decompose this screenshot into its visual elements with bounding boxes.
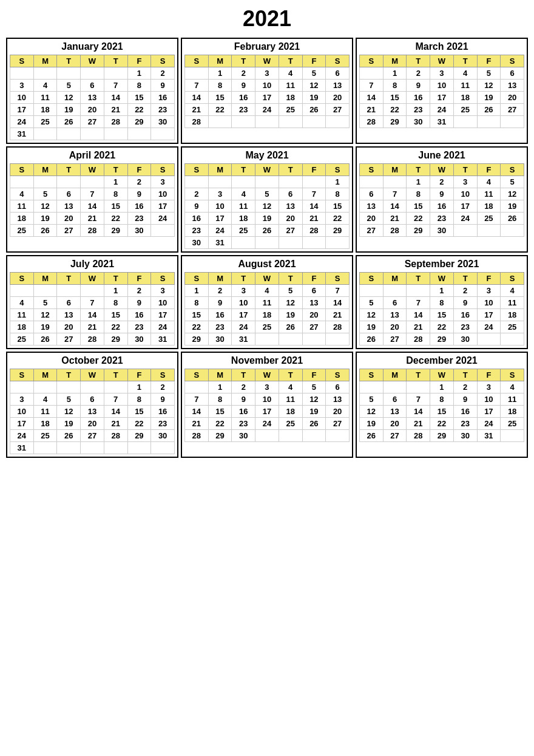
day-header: S [185,55,209,67]
day-cell [360,176,384,188]
day-cell: 27 [81,430,104,442]
day-cell [208,116,232,128]
day-cell: 30 [430,225,454,237]
day-cell: 8 [407,188,430,200]
day-cell: 21 [407,321,430,333]
day-cell: 21 [81,213,104,225]
day-cell: 31 [477,430,501,442]
day-header: S [326,164,350,176]
day-cell: 2 [151,381,175,393]
day-cell [302,237,326,249]
day-cell: 22 [208,418,232,430]
day-cell: 19 [360,321,384,333]
day-header: W [255,273,279,285]
day-cell: 15 [127,92,151,104]
day-cell: 15 [185,309,209,321]
day-cell: 18 [10,213,34,225]
day-header: W [430,369,454,381]
day-cell: 29 [127,430,151,442]
day-cell: 12 [33,200,57,213]
day-cell [57,285,81,297]
day-cell [326,430,350,442]
day-cell: 14 [407,309,430,321]
day-cell: 12 [302,80,326,92]
day-cell: 18 [33,418,57,430]
day-cell: 5 [501,176,524,188]
day-cell: 11 [501,393,524,406]
day-header: T [453,55,477,67]
day-cell [477,225,501,237]
day-cell: 27 [81,116,104,128]
day-header: S [326,55,350,67]
day-header: T [57,55,81,67]
day-cell: 3 [453,176,477,188]
day-cell: 24 [151,213,175,225]
day-cell [477,116,501,128]
day-cell: 12 [255,200,279,213]
day-cell: 13 [360,200,384,213]
day-header: T [57,273,81,285]
day-cell: 22 [326,213,350,225]
day-cell: 24 [430,104,454,116]
day-cell: 25 [279,104,302,116]
day-cell: 16 [232,92,255,104]
day-cell [185,381,209,393]
day-cell: 17 [10,418,34,430]
day-cell: 30 [232,430,255,442]
day-cell: 26 [255,225,279,237]
day-cell [302,116,326,128]
day-cell [326,116,350,128]
day-cell [185,67,209,80]
day-cell: 5 [360,297,384,309]
day-cell: 19 [57,418,81,430]
day-cell: 6 [302,285,326,297]
day-cell: 9 [151,80,175,92]
day-header: W [81,164,104,176]
day-cell: 29 [104,333,127,346]
day-cell: 8 [430,297,454,309]
day-cell: 23 [232,104,255,116]
day-cell: 24 [232,321,255,333]
day-cell: 4 [501,381,524,393]
day-header: S [151,273,175,285]
day-cell [185,176,209,188]
day-cell: 15 [407,200,430,213]
day-header: W [81,369,104,381]
day-cell: 25 [10,333,34,346]
day-header: W [81,273,104,285]
day-cell: 13 [326,393,350,406]
day-cell: 12 [501,188,524,200]
day-cell: 3 [151,285,175,297]
day-cell: 5 [360,393,384,406]
day-cell: 17 [151,309,175,321]
day-header: S [326,369,350,381]
day-header: S [360,55,384,67]
day-cell: 11 [33,92,57,104]
day-cell: 20 [302,309,326,321]
day-cell: 17 [453,200,477,213]
day-cell [255,176,279,188]
day-cell: 9 [430,188,454,200]
day-cell: 5 [57,393,81,406]
day-header: S [10,164,34,176]
day-header: T [407,273,430,285]
day-cell: 2 [430,176,454,188]
day-cell: 21 [383,213,407,225]
day-cell: 23 [151,104,175,116]
day-cell: 5 [279,285,302,297]
month-title: September 2021 [359,259,524,270]
day-cell: 8 [185,297,209,309]
month-block: October 2021SMTWTFS 12345678910111213141… [6,352,178,458]
day-cell: 15 [326,200,350,213]
day-cell [383,285,407,297]
day-cell: 20 [326,92,350,104]
day-cell: 20 [81,104,104,116]
day-cell [81,128,104,140]
day-cell: 21 [360,104,384,116]
day-cell: 28 [302,225,326,237]
day-header: M [383,273,407,285]
month-block: July 2021SMTWTFS 12345678910111213141516… [6,255,178,349]
day-cell: 11 [10,200,34,213]
day-cell: 11 [232,200,255,213]
day-cell [57,381,81,393]
